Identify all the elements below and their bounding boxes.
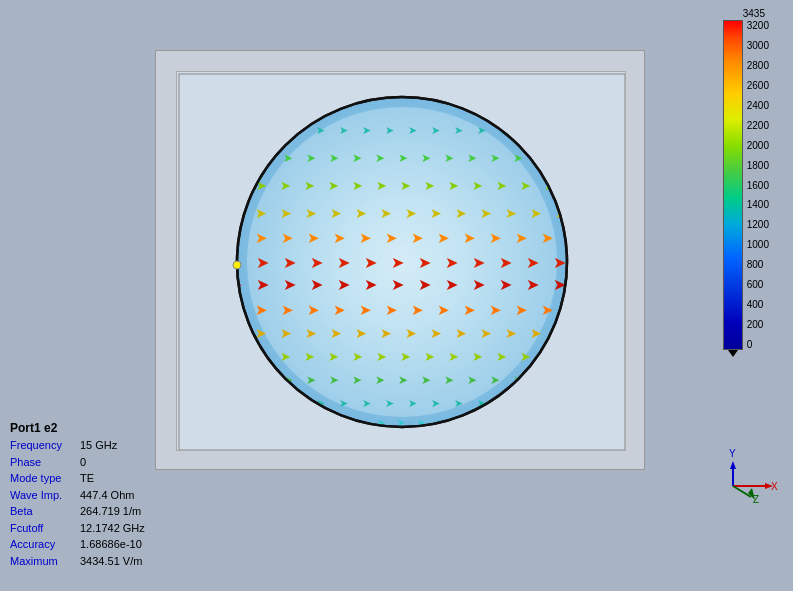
svg-text:➤: ➤ [477,124,486,136]
svg-text:➤: ➤ [337,254,350,271]
svg-text:➤: ➤ [480,325,492,341]
svg-text:➤: ➤ [515,301,528,318]
svg-text:➤: ➤ [424,178,435,193]
svg-text:➤: ➤ [247,124,256,136]
svg-text:➤: ➤ [513,151,523,165]
svg-text:➤: ➤ [398,151,408,165]
svg-text:➤: ➤ [310,254,323,271]
scale-label-1400: 1400 [747,199,769,210]
svg-text:➤: ➤ [472,349,483,364]
svg-text:➤: ➤ [277,417,285,428]
svg-text:➤: ➤ [431,124,440,136]
svg-text:➤: ➤ [337,417,345,428]
svg-text:➤: ➤ [352,349,363,364]
coordinate-axes: Y X Z [713,441,773,501]
svg-text:➤: ➤ [496,178,507,193]
svg-text:➤: ➤ [328,178,339,193]
svg-text:➤: ➤ [280,205,292,221]
svg-text:➤: ➤ [339,397,348,409]
svg-text:➤: ➤ [463,229,476,246]
scale-max-label: 3435 [743,8,771,19]
svg-text:➤: ➤ [376,349,387,364]
svg-text:➤: ➤ [505,325,517,341]
svg-text:➤: ➤ [281,229,294,246]
info-row-waveimp: Wave Imp. 447.4 Ohm [10,487,145,504]
svg-text:➤: ➤ [260,373,270,387]
svg-text:➤: ➤ [448,349,459,364]
svg-text:➤: ➤ [304,349,315,364]
svg-text:➤: ➤ [445,254,458,271]
svg-text:➤: ➤ [280,178,291,193]
svg-text:➤: ➤ [337,276,350,293]
scale-label-400: 400 [747,299,769,310]
svg-text:➤: ➤ [523,124,532,136]
svg-text:➤: ➤ [430,205,442,221]
svg-text:➤: ➤ [237,373,247,387]
svg-text:➤: ➤ [463,301,476,318]
scale-label-3000: 3000 [747,40,769,51]
value-frequency: 15 GHz [80,437,117,454]
svg-text:➤: ➤ [541,301,554,318]
svg-text:➤: ➤ [490,151,500,165]
svg-text:➤: ➤ [544,349,555,364]
label-maximum: Maximum [10,553,75,570]
info-title: Port1 e2 [10,421,145,435]
svg-text:➤: ➤ [306,373,316,387]
svg-text:➤: ➤ [375,373,385,387]
svg-text:➤: ➤ [283,276,296,293]
svg-text:➤: ➤ [352,373,362,387]
svg-text:➤: ➤ [517,417,525,428]
svg-text:Z: Z [753,494,759,505]
svg-text:➤: ➤ [431,397,440,409]
svg-text:➤: ➤ [424,349,435,364]
svg-text:➤: ➤ [505,205,517,221]
svg-text:➤: ➤ [421,373,431,387]
svg-text:➤: ➤ [255,205,267,221]
svg-text:➤: ➤ [405,325,417,341]
color-scale: 3435 3200 3000 2800 2600 2400 2200 2000 … [723,8,771,357]
svg-text:➤: ➤ [445,276,458,293]
svg-text:➤: ➤ [385,229,398,246]
svg-text:➤: ➤ [256,254,269,271]
svg-text:➤: ➤ [467,151,477,165]
scale-label-2200: 2200 [747,120,769,131]
svg-text:➤: ➤ [489,229,502,246]
scale-label-2000: 2000 [747,140,769,151]
svg-text:Y: Y [729,448,736,459]
info-row-maximum: Maximum 3434.51 V/m [10,553,145,570]
svg-text:➤: ➤ [489,301,502,318]
svg-text:➤: ➤ [530,205,542,221]
svg-text:➤: ➤ [232,349,243,364]
svg-text:➤: ➤ [541,229,554,246]
value-waveimp: 447.4 Ohm [80,487,134,504]
svg-text:➤: ➤ [520,178,531,193]
svg-text:➤: ➤ [437,301,450,318]
svg-text:➤: ➤ [448,178,459,193]
scale-label-600: 600 [747,279,769,290]
svg-text:➤: ➤ [307,301,320,318]
svg-text:➤: ➤ [330,205,342,221]
svg-text:➤: ➤ [362,397,371,409]
svg-text:➤: ➤ [232,178,243,193]
svg-text:➤: ➤ [316,124,325,136]
svg-text:➤: ➤ [455,325,467,341]
svg-text:➤: ➤ [230,205,242,221]
scale-label-3200: 3200 [747,20,769,31]
svg-text:➤: ➤ [305,325,317,341]
svg-text:➤: ➤ [229,301,242,318]
label-fcutoff: Fcutoff [10,520,75,537]
svg-text:➤: ➤ [536,151,546,165]
svg-text:➤: ➤ [405,205,417,221]
svg-text:➤: ➤ [355,205,367,221]
svg-text:➤: ➤ [297,417,305,428]
svg-text:➤: ➤ [293,397,302,409]
info-row-fcutoff: Fcutoff 12.1742 GHz [10,520,145,537]
label-frequency: Frequency [10,437,75,454]
svg-text:➤: ➤ [307,229,320,246]
svg-text:➤: ➤ [385,397,394,409]
svg-text:➤: ➤ [391,254,404,271]
svg-marker-184 [730,461,736,469]
info-row-phase: Phase 0 [10,454,145,471]
scale-label-1600: 1600 [747,180,769,191]
scale-label-2600: 2600 [747,80,769,91]
